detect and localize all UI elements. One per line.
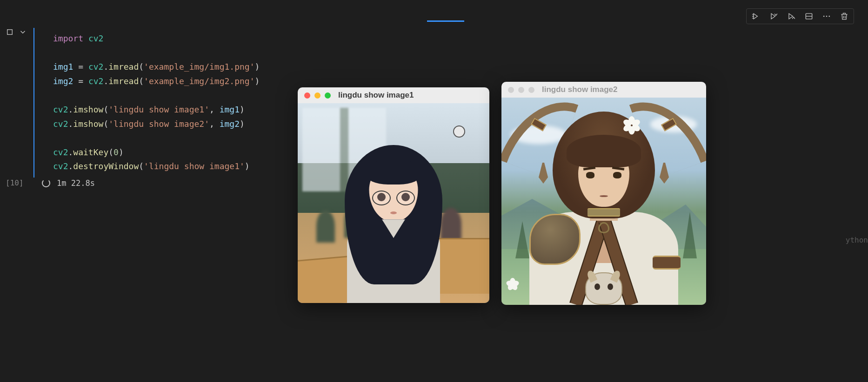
- titlebar[interactable]: lingdu show image2: [501, 82, 706, 98]
- code-token: ): [255, 62, 260, 72]
- maximize-icon[interactable]: [325, 92, 331, 99]
- split-cell-icon[interactable]: [804, 12, 814, 21]
- more-actions-icon[interactable]: [822, 12, 831, 21]
- code-token: cv2: [88, 62, 104, 72]
- code-token: =: [73, 76, 88, 86]
- code-token: img1: [53, 62, 73, 72]
- svg-point-2: [823, 16, 825, 17]
- code-token: ): [240, 105, 245, 114]
- code-token: import: [53, 33, 83, 43]
- execute-above-icon[interactable]: [769, 12, 778, 21]
- code-token: img2: [220, 119, 240, 129]
- language-indicator: ython: [846, 236, 868, 244]
- cell-toolbar: [746, 8, 854, 24]
- image-content: [298, 103, 489, 303]
- titlebar[interactable]: lingdu show image1: [298, 87, 489, 103]
- code-token: cv2: [88, 33, 104, 43]
- code-token: img2: [53, 76, 73, 86]
- code-token: ,: [209, 119, 220, 129]
- execution-time: 1m 22.8s: [57, 178, 95, 188]
- code-token: .: [68, 105, 73, 114]
- code-token: 'lingdu show image1': [108, 105, 209, 114]
- code-token: 'lingdu show image2': [108, 119, 209, 129]
- code-token: .: [68, 161, 73, 171]
- svg-rect-5: [7, 30, 13, 35]
- code-token: ): [245, 161, 250, 171]
- code-token: .: [103, 62, 108, 72]
- code-token: ): [255, 76, 260, 86]
- code-token: 'lingdu show image1': [144, 161, 245, 171]
- svg-point-3: [826, 16, 828, 17]
- stop-cell-icon[interactable]: [6, 28, 14, 36]
- code-token: .: [103, 76, 108, 86]
- code-token: cv2: [88, 76, 104, 86]
- image-content: [501, 98, 706, 305]
- maximize-icon[interactable]: [528, 87, 534, 93]
- traffic-lights: [304, 92, 331, 99]
- svg-point-4: [829, 16, 830, 17]
- window-title: lingdu show image2: [542, 85, 617, 94]
- code-token: ): [119, 147, 124, 157]
- minimize-icon[interactable]: [518, 87, 524, 93]
- code-token: cv2: [53, 105, 68, 114]
- cv-window-image2[interactable]: lingdu show image2: [501, 82, 706, 305]
- code-token: cv2: [53, 147, 68, 157]
- close-icon[interactable]: [304, 92, 310, 99]
- cell-gutter: [6, 28, 27, 36]
- code-token: 'example_img/img2.png': [144, 76, 254, 86]
- run-by-line-icon[interactable]: [751, 12, 761, 21]
- code-token: waitKey: [73, 147, 108, 157]
- window-title: lingdu show image1: [338, 91, 414, 100]
- code-token: ): [240, 119, 245, 129]
- code-token: .: [68, 147, 73, 157]
- spinner-icon: [42, 179, 50, 187]
- execution-status: 1m 22.8s: [42, 178, 95, 188]
- traffic-lights: [508, 87, 534, 93]
- delete-cell-icon[interactable]: [840, 12, 849, 21]
- code-token: imread: [108, 62, 139, 72]
- execution-count: [10]: [6, 178, 24, 187]
- code-token: 0: [114, 147, 119, 157]
- code-token: cv2: [53, 161, 68, 171]
- collapse-cell-icon[interactable]: [19, 28, 27, 36]
- code-token: imread: [108, 76, 139, 86]
- code-token: =: [73, 62, 88, 72]
- code-token: (: [108, 147, 114, 157]
- cv-window-image1[interactable]: lingdu show image1: [298, 87, 489, 303]
- code-token: (: [139, 62, 144, 72]
- code-token: (: [103, 105, 108, 114]
- code-token: imshow: [73, 105, 103, 114]
- code-token: imshow: [73, 119, 103, 129]
- code-token: ,: [209, 105, 220, 114]
- code-token: .: [68, 119, 73, 129]
- code-token: (: [103, 119, 108, 129]
- code-token: 'example_img/img1.png': [144, 62, 254, 72]
- close-icon[interactable]: [508, 87, 514, 93]
- cell-active-indicator: [427, 20, 464, 22]
- code-token: (: [139, 161, 144, 171]
- execute-below-icon[interactable]: [787, 12, 796, 21]
- code-token: (: [139, 76, 144, 86]
- code-token: cv2: [53, 119, 68, 129]
- code-token: img1: [220, 105, 240, 114]
- minimize-icon[interactable]: [314, 92, 320, 99]
- code-token: destroyWindow: [73, 161, 139, 171]
